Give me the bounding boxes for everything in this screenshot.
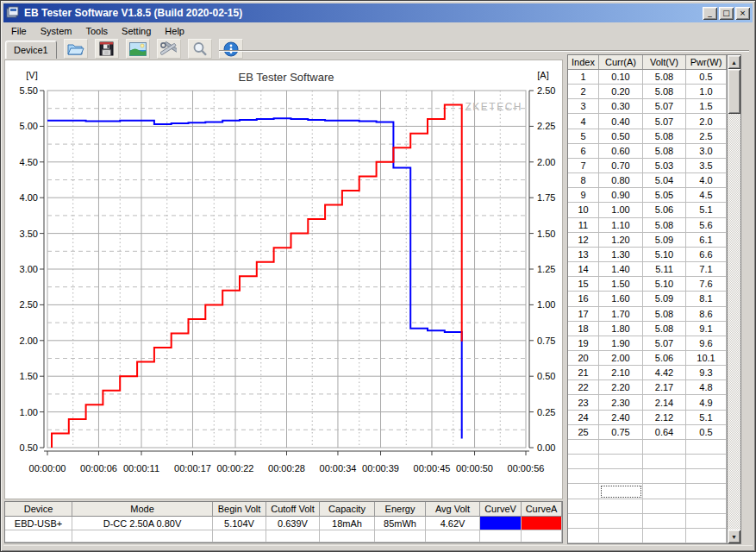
table-cell[interactable]: 2.0 [686,114,727,129]
scroll-down-icon[interactable]: ▼ [728,530,740,543]
table-cell[interactable]: 2.20 [599,380,643,395]
table-cell[interactable]: 0.5 [686,425,727,440]
table-cell[interactable] [686,484,727,499]
maximize-button[interactable]: □ [719,7,734,20]
table-cell[interactable]: 1.10 [599,218,643,233]
table-cell[interactable] [568,484,599,499]
table-cell[interactable]: 5.06 [643,351,686,366]
table-cell[interactable]: 3.0 [686,144,727,159]
table-cell[interactable]: 5.08 [643,144,686,159]
table-cell[interactable]: 1.60 [599,292,643,306]
table-cell[interactable]: 1.20 [599,233,643,248]
table-cell[interactable]: 17 [568,307,599,322]
table-cell[interactable] [643,529,686,543]
table-cell[interactable] [599,469,643,484]
table-cell[interactable]: 11 [568,218,599,233]
table-cell[interactable]: 5.10 [643,248,686,262]
save-button[interactable] [95,39,119,59]
table-cell[interactable]: 4.8 [686,380,727,395]
table-cell[interactable]: 9.6 [686,336,727,351]
table-cell[interactable]: 1.5 [686,99,727,114]
table-cell[interactable]: 1.30 [599,248,643,262]
table-cell[interactable] [599,529,643,543]
table-cell[interactable]: 2.30 [599,395,643,410]
menu-system[interactable]: System [34,24,79,38]
table-cell[interactable]: 6 [568,144,599,159]
table-cell[interactable]: 5.06 [643,203,686,217]
table-cell[interactable]: 24 [568,411,599,425]
close-button[interactable]: × [735,7,750,20]
table-cell[interactable]: 3 [568,99,599,114]
table-cell[interactable]: 14 [568,262,599,277]
table-cell[interactable] [643,514,686,529]
table-cell[interactable] [643,469,686,484]
table-cell[interactable]: 3.5 [686,159,727,173]
table-cell[interactable] [568,499,599,514]
table-cell[interactable]: 5.03 [643,159,686,173]
table-cell[interactable] [686,529,727,543]
table-cell[interactable]: 0.40 [599,114,643,129]
table-cell[interactable] [568,469,599,484]
table-cell[interactable]: 25 [568,425,599,440]
table-cell[interactable]: 1.0 [686,85,727,99]
table-cell[interactable] [599,499,643,514]
table-cell[interactable]: 5.1 [686,203,727,217]
table-cell[interactable]: 7.1 [686,262,727,277]
table-cell[interactable]: 5.08 [643,322,686,336]
table-cell[interactable]: 2.00 [599,351,643,366]
table-cell[interactable]: 5.08 [643,307,686,322]
table-cell[interactable]: 7.6 [686,277,727,292]
table-cell[interactable]: 5.07 [643,99,686,114]
table-cell[interactable]: 21 [568,366,599,380]
table-cell[interactable]: 19 [568,336,599,351]
table-cell[interactable]: 18 [568,322,599,336]
table-cell[interactable]: 1.00 [599,203,643,217]
table-cell[interactable]: 0.90 [599,188,643,203]
menu-tools[interactable]: Tools [78,24,115,38]
table-cell[interactable]: 2 [568,85,599,99]
scroll-up-icon[interactable]: ▲ [728,55,740,69]
table-cell[interactable]: 16 [568,292,599,306]
table-cell[interactable] [686,440,727,455]
table-cell[interactable]: 5.08 [643,129,686,144]
table-cell[interactable]: 4.42 [643,366,686,380]
table-cell[interactable] [643,484,686,499]
table-cell[interactable]: 4.5 [686,188,727,203]
export-image-button[interactable] [126,39,150,59]
table-cell-focused[interactable] [599,484,643,499]
table-cell[interactable]: 1.70 [599,307,643,322]
table-cell[interactable]: 0.50 [599,129,643,144]
scrollbar-thumb[interactable] [728,69,740,114]
table-cell[interactable]: 2.40 [599,411,643,425]
table-cell[interactable]: 0.60 [599,144,643,159]
table-scrollbar[interactable]: ▲ ▼ [727,55,740,543]
table-cell[interactable]: 0.30 [599,99,643,114]
table-cell[interactable]: 20 [568,351,599,366]
table-cell[interactable]: 0.70 [599,159,643,173]
table-cell[interactable]: 1.90 [599,336,643,351]
table-cell[interactable] [643,455,686,469]
table-cell[interactable] [599,440,643,455]
scrollbar-track[interactable] [728,69,740,530]
table-cell[interactable] [568,455,599,469]
minimize-button[interactable]: _ [703,7,717,20]
table-cell[interactable]: 1 [568,70,599,85]
table-cell[interactable]: 1.50 [599,277,643,292]
table-cell[interactable]: 2.10 [599,366,643,380]
table-cell[interactable]: 4.9 [686,395,727,410]
table-cell[interactable]: 7 [568,159,599,173]
table-cell[interactable]: 22 [568,380,599,395]
table-cell[interactable]: 0.75 [599,425,643,440]
table-cell[interactable]: 4 [568,114,599,129]
table-cell[interactable]: 0.5 [686,70,727,85]
table-cell[interactable]: 5.09 [643,233,686,248]
table-cell[interactable]: 5.08 [643,70,686,85]
table-cell[interactable]: 15 [568,277,599,292]
table-cell[interactable]: 13 [568,248,599,262]
table-cell[interactable]: 5.08 [643,218,686,233]
table-cell[interactable]: 23 [568,395,599,410]
table-cell[interactable]: 5 [568,129,599,144]
table-cell[interactable]: 5.09 [643,292,686,306]
table-cell[interactable]: 5.6 [686,218,727,233]
table-cell[interactable]: 1.40 [599,262,643,277]
